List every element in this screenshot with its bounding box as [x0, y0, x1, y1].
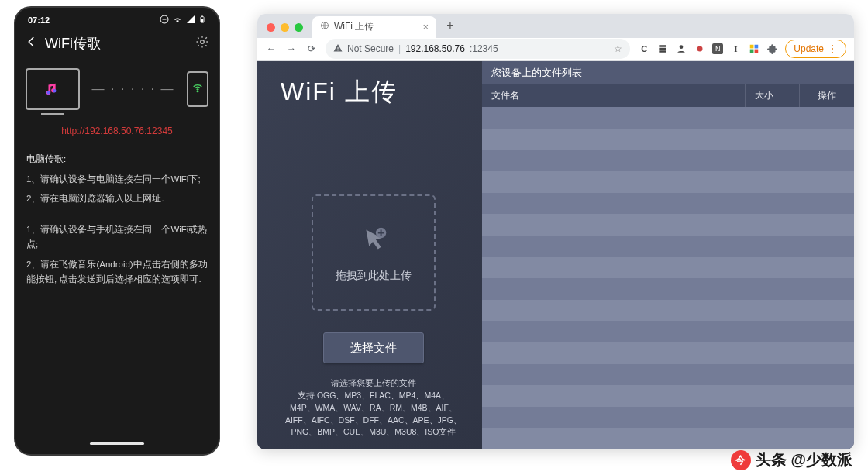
signal-icon — [186, 15, 195, 26]
section2-line2: 2、请在飞傲音乐(Android)中点击右侧的多功能按钮, 点击发送到后选择相应… — [26, 257, 208, 287]
file-list-header: 您设备上的文件列表 — [482, 61, 854, 84]
extension-icon[interactable]: N — [712, 43, 723, 54]
server-url: http://192.168.50.76:12345 — [23, 126, 211, 136]
battery-icon — [198, 14, 206, 26]
kebab-icon: ⋮ — [827, 43, 838, 55]
update-label: Update — [794, 43, 824, 54]
file-list-rows — [482, 107, 854, 449]
watermark-logo-icon: 今 — [731, 450, 751, 470]
address-host: 192.168.50.76 — [405, 43, 465, 54]
toolbar: ← → ⟳ Not Secure | 192.168.50.76:12345 ☆… — [257, 38, 854, 62]
tab-title: WiFi 上传 — [334, 20, 374, 33]
section1-title: 电脑传歌: — [26, 152, 208, 167]
instructions-pc: 电脑传歌: 1、请确认设备与电脑连接在同一个WiFi下; 2、请在电脑浏览器输入… — [23, 149, 211, 212]
svg-point-6 — [46, 91, 50, 94]
close-window-button[interactable] — [267, 23, 275, 32]
minimize-window-button[interactable] — [281, 23, 289, 32]
table-row — [482, 278, 854, 300]
table-row — [482, 364, 854, 386]
watermark: 今 头条 @少数派 — [731, 449, 852, 470]
svg-rect-14 — [750, 50, 754, 53]
upload-hint: 请选择您要上传的文件 支持 OGG、MP3、FLAC、MP4、M4A、 M4P、… — [285, 377, 462, 439]
instructions-mobile: 1、请确认设备与手机连接在同一个WiFi或热点; 2、请在飞傲音乐(Androi… — [23, 222, 211, 292]
drop-zone[interactable]: 拖拽到此处上传 — [312, 194, 436, 311]
svg-point-7 — [53, 89, 56, 92]
browser-tab[interactable]: WiFi 上传 × — [312, 16, 436, 38]
svg-rect-3 — [202, 15, 203, 16]
address-bar[interactable]: Not Secure | 192.168.50.76:12345 ☆ — [326, 39, 630, 59]
hint-line: M4P、WMA、WAV、RA、RM、M4B、AIF、 — [285, 402, 462, 415]
extension-icon[interactable] — [748, 43, 760, 55]
wifi-icon — [172, 15, 183, 26]
hint-line: 请选择您要上传的文件 — [285, 377, 462, 390]
file-list-pane: 您设备上的文件列表 文件名 大小 操作 — [482, 61, 854, 449]
page-title: WiFi 上传 — [281, 75, 398, 109]
phone-icon — [187, 71, 208, 107]
col-name: 文件名 — [482, 84, 746, 107]
back-icon[interactable] — [25, 35, 39, 52]
extensions-menu-icon[interactable] — [766, 43, 779, 55]
table-row — [482, 171, 854, 193]
drop-label: 拖拽到此处上传 — [336, 269, 412, 283]
maximize-window-button[interactable] — [294, 23, 303, 32]
table-row — [482, 214, 854, 236]
cursor-plus-icon — [356, 222, 391, 261]
extension-icon[interactable]: C — [638, 43, 650, 55]
choose-file-button[interactable]: 选择文件 — [323, 332, 424, 363]
hint-line: PNG、BMP、CUE、M3U、M3U8、ISO文件 — [285, 426, 462, 439]
extension-icon[interactable] — [656, 43, 669, 55]
window-controls — [264, 23, 308, 38]
illustration: — · · · · · — — [23, 68, 211, 110]
phone-frame: 07:12 WiFi传歌 — [14, 6, 220, 456]
table-row — [482, 407, 854, 429]
home-indicator[interactable] — [90, 442, 144, 445]
page-content: WiFi 上传 拖拽到此处上传 选择文件 请选择您要上传的文件 支持 OGG、M… — [257, 61, 854, 449]
browser-window: WiFi 上传 × + ← → ⟳ Not Secure | 192.168.5… — [257, 14, 854, 449]
extension-icon[interactable]: I — [729, 43, 742, 55]
new-tab-button[interactable]: + — [441, 16, 460, 35]
do-not-disturb-icon — [160, 15, 169, 26]
bookmark-icon[interactable]: ☆ — [614, 43, 622, 54]
close-tab-button[interactable]: × — [422, 21, 429, 33]
table-row — [482, 321, 854, 342]
extension-icon[interactable] — [694, 43, 706, 55]
nav-back-button[interactable]: ← — [265, 43, 277, 54]
table-row — [482, 428, 854, 449]
connection-dots-icon: — · · · · · — — [92, 82, 175, 96]
svg-rect-15 — [755, 50, 759, 53]
reload-button[interactable]: ⟳ — [305, 43, 318, 54]
table-row — [482, 257, 854, 279]
col-size: 大小 — [746, 84, 800, 107]
app-header: WiFi传歌 — [23, 31, 211, 60]
hint-line: AIFF、AIFC、DSF、DFF、AAC、APE、JPG、 — [285, 415, 462, 427]
music-note-icon — [44, 81, 61, 98]
hint-line: 支持 OGG、MP3、FLAC、MP4、M4A、 — [285, 390, 462, 402]
update-button[interactable]: Update ⋮ — [785, 40, 846, 58]
svg-point-11 — [698, 46, 703, 52]
watermark-text: 头条 @少数派 — [756, 449, 852, 470]
status-time: 07:12 — [28, 15, 50, 25]
table-row — [482, 385, 854, 407]
svg-rect-13 — [755, 45, 759, 49]
table-row — [482, 107, 854, 129]
section1-line2: 2、请在电脑浏览器输入以上网址. — [26, 191, 208, 207]
file-list-columns: 文件名 大小 操作 — [482, 84, 854, 107]
extension-icon[interactable] — [675, 43, 687, 55]
gear-icon[interactable] — [195, 35, 209, 52]
svg-point-10 — [680, 46, 684, 50]
monitor-icon — [26, 68, 80, 110]
status-icons — [160, 14, 206, 26]
app-title: WiFi传歌 — [45, 34, 101, 53]
table-row — [482, 342, 854, 364]
section1-line1: 1、请确认设备与电脑连接在同一个WiFi下; — [26, 172, 208, 188]
not-secure-label: Not Secure — [347, 43, 394, 54]
nav-forward-button[interactable]: → — [285, 43, 298, 54]
svg-rect-12 — [750, 45, 754, 49]
table-row — [482, 236, 854, 257]
table-row — [482, 150, 854, 171]
table-row — [482, 193, 854, 215]
section2-line1: 1、请确认设备与手机连接在同一个WiFi或热点; — [26, 222, 208, 253]
address-port: :12345 — [470, 43, 498, 54]
tab-strip: WiFi 上传 × + — [257, 14, 854, 38]
status-bar: 07:12 — [23, 12, 211, 31]
